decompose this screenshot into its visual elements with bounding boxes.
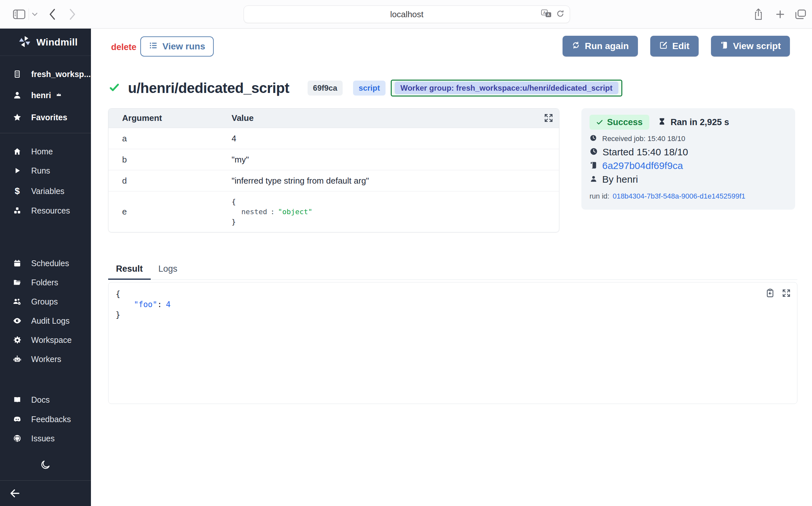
calendar-icon [12, 259, 22, 267]
sidebar-item-audit-logs[interactable]: Audit Logs [0, 311, 91, 331]
sidebar-item-issues[interactable]: Issues [0, 429, 91, 448]
sidebar-item-label: Workers [31, 354, 62, 364]
sidebar-item-label: Runs [31, 166, 50, 175]
success-check-icon [109, 82, 119, 94]
sidebar-item-resources[interactable]: Resources [0, 201, 91, 220]
view-runs-button[interactable]: View runs [140, 36, 214, 57]
sidebar-item-workspace[interactable]: Workspace [0, 330, 91, 350]
building-icon [12, 70, 22, 79]
scroll-icon [590, 161, 598, 171]
arg-value: "my" [231, 155, 249, 165]
json-number: 4 [166, 300, 171, 309]
copy-to-clipboard-icon[interactable] [765, 288, 775, 299]
sidebar-item-label: Feedbacks [31, 415, 71, 424]
job-id-link[interactable]: 6a297b04df69f9ca [602, 160, 683, 171]
json-open-brace: { [231, 197, 312, 207]
sidebar-item-label: Issues [31, 434, 55, 443]
sidebar-item-workspace-switcher[interactable]: fresh_worksp... [0, 64, 91, 84]
tab-result[interactable]: Result [108, 260, 151, 280]
status-text: Success [607, 117, 643, 128]
sidebar-item-feedbacks[interactable]: Feedbacks [0, 410, 91, 429]
book-icon [12, 396, 22, 404]
main-content: delete View runs Run again Edit [91, 28, 812, 506]
translate-icon[interactable]: AA [541, 9, 551, 19]
delete-button[interactable]: delete [111, 42, 136, 52]
sidebar-item-workers[interactable]: Workers [0, 349, 91, 369]
folder-icon [12, 278, 22, 287]
column-value: Value [231, 113, 254, 123]
sidebar: Windmill fresh_worksp... henri Favorites [0, 28, 91, 506]
arg-value: 4 [231, 134, 236, 144]
reload-icon[interactable] [556, 9, 565, 19]
run-duration: Ran in 2,925 s [671, 117, 729, 128]
result-panel: { "foo":4 } [108, 282, 797, 404]
table-row: a 4 [108, 128, 559, 149]
page: localhost AA Windmill [0, 0, 812, 506]
sidebar-item-favorites[interactable]: Favorites [0, 107, 91, 127]
json-key: nested [241, 208, 267, 216]
sidebar-item-groups[interactable]: Groups [0, 292, 91, 311]
sidebar-item-runs[interactable]: Runs [0, 161, 91, 180]
json-close-brace: } [231, 217, 312, 227]
user-name: henri [31, 91, 51, 100]
table-row: b "my" [108, 149, 559, 170]
sidebar-item-label: Schedules [31, 259, 69, 268]
started-text: Started 15:40 18/10 [603, 147, 688, 158]
sidebar-item-home[interactable]: Home [0, 142, 91, 161]
column-argument: Argument [108, 113, 231, 123]
gear-icon [12, 336, 22, 344]
run-id-link[interactable]: 018b4304-7b3f-548a-9006-d1e1452599f1 [613, 192, 745, 200]
sidebar-item-docs[interactable]: Docs [0, 390, 91, 410]
sidebar-item-label: Variables [31, 186, 64, 196]
chevron-down-icon[interactable] [32, 12, 38, 16]
share-icon[interactable] [753, 8, 763, 20]
status-badge: Success [590, 115, 649, 130]
url-bar[interactable]: localhost AA [243, 6, 570, 23]
sidebar-item-label: Home [31, 147, 53, 156]
sidebar-item-label: Resources [31, 206, 70, 216]
run-again-button[interactable]: Run again [563, 36, 637, 57]
sidebar-item-label: Folders [31, 278, 58, 287]
run-info-panel: Success Ran in 2,925 s Received job: 15:… [581, 108, 795, 209]
page-title: u/henri/dedicated_script [128, 80, 289, 96]
arg-name: d [108, 176, 231, 186]
sidebar-item-variables[interactable]: $ Variables [0, 181, 91, 201]
user-icon [12, 91, 22, 100]
collapse-sidebar-button[interactable] [9, 488, 21, 500]
new-tab-icon[interactable] [776, 10, 785, 19]
view-script-button[interactable]: View script [711, 36, 790, 57]
browser-chrome: localhost AA [0, 0, 812, 28]
result-tabs: Result Logs [108, 260, 797, 280]
sidebar-item-user[interactable]: henri [0, 85, 91, 105]
expand-table-icon[interactable] [543, 113, 554, 124]
tab-overview-icon[interactable] [795, 9, 806, 19]
edit-button[interactable]: Edit [650, 36, 699, 57]
json-open-brace: { [116, 289, 171, 299]
robot-icon [12, 354, 22, 364]
user-icon [590, 175, 598, 184]
svg-text:A: A [547, 13, 550, 17]
expand-result-icon[interactable] [782, 288, 791, 299]
discord-icon [12, 415, 22, 424]
svg-text:A: A [543, 10, 546, 15]
sidebar-item-schedules[interactable]: Schedules [0, 253, 91, 273]
crown-icon [56, 91, 62, 99]
script-kind-badge: script [353, 81, 385, 96]
table-row: d "inferred type string from default arg… [108, 170, 559, 191]
forward-icon[interactable] [69, 9, 76, 20]
windmill-pinwheel-icon [18, 35, 31, 50]
arg-value: "inferred type string from default arg" [231, 176, 369, 186]
windmill-logo[interactable]: Windmill [0, 28, 91, 56]
table-row: e { nested:"object" } [108, 191, 559, 232]
result-json: { "foo":4 } [116, 289, 171, 320]
eye-icon [12, 316, 22, 325]
dark-mode-toggle[interactable] [0, 459, 91, 472]
list-icon [149, 41, 158, 52]
json-colon: : [157, 300, 162, 309]
sidebar-toggle-icon[interactable] [13, 9, 25, 19]
back-icon[interactable] [49, 9, 56, 20]
divider [0, 133, 91, 133]
tab-logs[interactable]: Logs [151, 260, 186, 280]
sidebar-item-folders[interactable]: Folders [0, 273, 91, 292]
play-icon [12, 167, 22, 174]
